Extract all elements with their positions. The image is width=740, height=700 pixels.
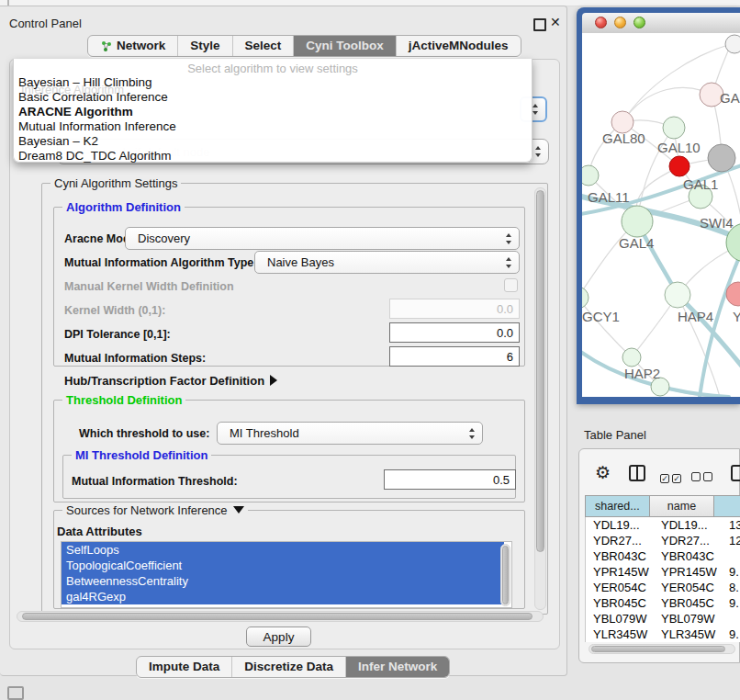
cell-name: YPR145W — [654, 564, 722, 580]
cell-value: 9. — [722, 564, 740, 580]
table-hscrollbar[interactable] — [589, 644, 735, 654]
docked-panel-icon[interactable] — [7, 686, 24, 700]
node-unlabeled[interactable] — [725, 35, 740, 53]
close-panel-icon[interactable]: ✕ — [550, 15, 561, 29]
list-item-selfloops[interactable]: SelfLoops — [62, 542, 504, 558]
column-header-shared[interactable]: shared... — [585, 495, 650, 517]
popup-item-aracne[interactable]: ARACNE Algorithm — [18, 105, 133, 119]
table-row[interactable]: YLR345WYLR345W9. — [586, 627, 740, 642]
popup-item-bayesian-hill-climbing[interactable]: Bayesian – Hill Climbing — [18, 75, 152, 90]
tab-impute-data[interactable]: Impute Data — [137, 657, 232, 677]
which-threshold-label: Which threshold to use: — [79, 427, 209, 440]
table-row[interactable]: YDR27...YDR27...12 — [586, 533, 740, 548]
list-item-gal4rgexp[interactable]: gal4RGexp — [62, 589, 504, 604]
cell-value: 9. — [722, 595, 740, 611]
data-attributes-label: Data Attributes — [57, 525, 142, 538]
hub-definition-toggle[interactable]: Hub/Transcription Factor Definition — [64, 374, 277, 388]
mi-type-label: Mutual Information Algorithm Type: — [64, 256, 257, 269]
aracne-mode-combo[interactable]: Discovery — [125, 227, 520, 250]
cyni-algorithm-settings-legend: Cyni Algorithm Settings — [50, 176, 181, 190]
cell-value: 13 — [722, 517, 740, 533]
tab-network[interactable]: Network — [88, 36, 178, 56]
tab-discretize-data[interactable]: Discretize Data — [232, 657, 346, 677]
float-panel-icon[interactable] — [533, 18, 546, 31]
node-gcy1[interactable] — [582, 287, 589, 309]
table-panel-window: ⚙ ✓✓ shared... name YDL19...YDL19...13 Y… — [578, 448, 740, 663]
list-item-betweennesscentrality[interactable]: BetweennessCentrality — [62, 573, 504, 589]
gear-icon[interactable]: ⚙ — [595, 464, 611, 481]
cell-name: YBR045C — [654, 595, 722, 611]
settings-hscrollbar-thumb[interactable] — [22, 613, 533, 620]
popup-item-bayesian-k2[interactable]: Bayesian – K2 — [18, 134, 98, 149]
settings-vscrollbar[interactable] — [534, 187, 546, 610]
tab-jactivemnodules-label: jActiveMNodules — [409, 36, 509, 56]
tab-infer-network-label: Infer Network — [358, 657, 437, 677]
label-y-partial: Y — [733, 309, 740, 324]
manual-kernel-checkbox[interactable] — [504, 278, 518, 292]
network-canvas[interactable]: GAL GAL80 GAL10 GAL1 GAL11 SWI4 GAL4 GCY… — [582, 33, 740, 397]
which-threshold-combo[interactable]: MI Threshold — [217, 422, 483, 445]
network-window-titlebar[interactable] — [582, 13, 740, 34]
minimize-traffic-light[interactable] — [614, 17, 626, 28]
label-gal80: GAL80 — [602, 130, 645, 146]
node-hap4[interactable] — [665, 282, 690, 308]
label-gal10: GAL10 — [657, 140, 701, 155]
list-vscrollbar-thumb[interactable] — [502, 546, 509, 604]
popup-item-mutual-information[interactable]: Mutual Information Inference — [18, 119, 176, 134]
settings-vscrollbar-thumb[interactable] — [536, 190, 544, 552]
node-hap2[interactable] — [622, 348, 641, 367]
tab-cyni-toolbox[interactable]: Cyni Toolbox — [294, 36, 397, 56]
table-row[interactable]: YBR043CYBR043C — [586, 548, 740, 564]
cell-name: YBR043C — [654, 548, 722, 564]
cell-value: 8. — [722, 580, 740, 595]
tab-style[interactable]: Style — [178, 36, 232, 56]
aracne-mode-value: Discovery — [138, 231, 190, 245]
list-vscrollbar[interactable] — [500, 544, 510, 606]
combo-arrows-icon — [535, 146, 542, 157]
table-hscrollbar-thumb[interactable] — [591, 646, 725, 652]
mi-threshold-field[interactable]: 0.5 — [384, 469, 516, 490]
label-gal1: GAL1 — [683, 176, 718, 192]
apply-button[interactable]: Apply — [246, 627, 311, 647]
partial-toolbar-icon[interactable] — [730, 464, 740, 482]
tab-infer-network[interactable]: Infer Network — [346, 657, 449, 677]
mi-steps-field[interactable]: 6 — [389, 346, 520, 367]
list-item-topologicalcoefficient[interactable]: TopologicalCoefficient — [62, 558, 504, 573]
node-red[interactable] — [669, 156, 690, 176]
table-row[interactable]: YDL19...YDL19...13 — [586, 517, 740, 533]
mi-steps-label: Mutual Information Steps: — [64, 352, 206, 365]
column-header-partial[interactable] — [714, 495, 740, 517]
tab-select[interactable]: Select — [233, 36, 295, 56]
table-row[interactable]: YBL079WYBL079W — [586, 611, 740, 627]
node-gal4[interactable] — [622, 206, 653, 237]
threshold-definition-legend: Threshold Definition — [62, 393, 185, 407]
table-row[interactable]: YBR045CYBR045C9. — [586, 595, 740, 611]
close-traffic-light[interactable] — [595, 17, 607, 28]
table-row[interactable]: YER054CYER054C8. — [586, 580, 740, 595]
column-layout-icon[interactable] — [628, 464, 646, 482]
popup-item-basic-correlation[interactable]: Basic Correlation Inference — [18, 90, 168, 105]
cell-name: YER054C — [654, 580, 722, 595]
node-gal11[interactable] — [582, 165, 599, 186]
settings-hscrollbar[interactable] — [17, 611, 544, 622]
label-gcy1: GCY1 — [582, 309, 620, 324]
cell-shared: YBR043C — [586, 548, 654, 564]
kernel-width-field[interactable]: 0.0 — [389, 299, 520, 319]
cell-shared: YER054C — [586, 580, 654, 595]
cell-shared: YBL079W — [586, 611, 654, 627]
table-row[interactable]: YPR145WYPR145W9. — [586, 564, 740, 580]
cell-name: YLR345W — [654, 627, 722, 642]
column-header-name[interactable]: name — [650, 495, 715, 517]
zoom-traffic-light[interactable] — [633, 17, 645, 28]
popup-item-dream8[interactable]: Dream8 DC_TDC Algorithm — [18, 149, 172, 164]
node-gal10[interactable] — [663, 117, 685, 139]
tab-jactivemnodules[interactable]: jActiveMNodules — [397, 36, 521, 56]
dpi-tolerance-field[interactable]: 0.0 — [389, 322, 520, 343]
sources-legend[interactable]: Sources for Network Inference — [62, 503, 248, 517]
select-all-checks-icon[interactable]: ✓✓ — [660, 469, 681, 485]
node-gray[interactable] — [708, 144, 735, 172]
deselect-all-boxes-icon[interactable] — [691, 469, 712, 485]
mi-type-combo[interactable]: Naive Bayes — [254, 251, 520, 274]
algorithm-dropdown-popup: Inference Algorithm Select algorithm to … — [13, 59, 533, 163]
expanded-arrow-icon — [233, 506, 244, 514]
